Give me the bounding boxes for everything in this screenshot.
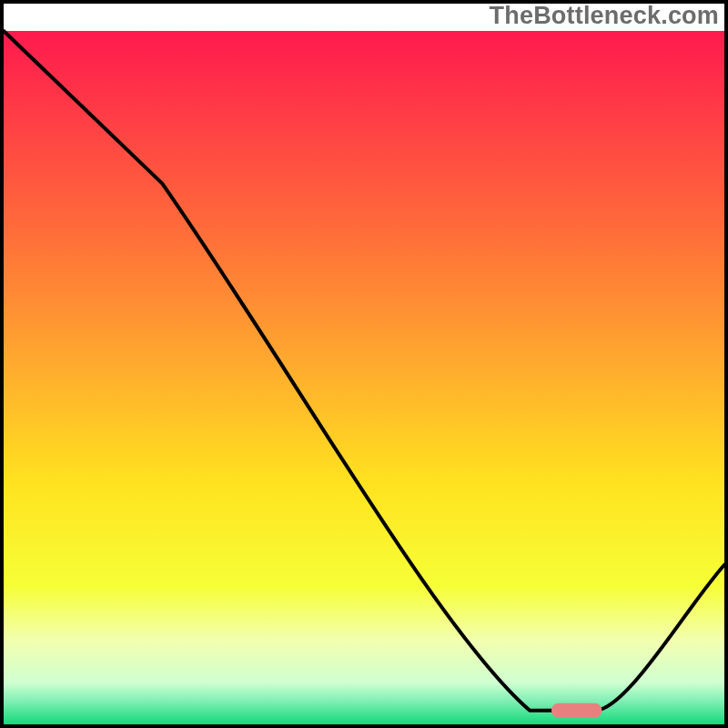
plot-area xyxy=(4,31,724,724)
watermark-text: TheBottleneck.com xyxy=(490,2,719,30)
optimal-marker xyxy=(551,703,602,718)
bottleneck-chart xyxy=(0,0,728,728)
chart-container: TheBottleneck.com xyxy=(0,0,728,728)
